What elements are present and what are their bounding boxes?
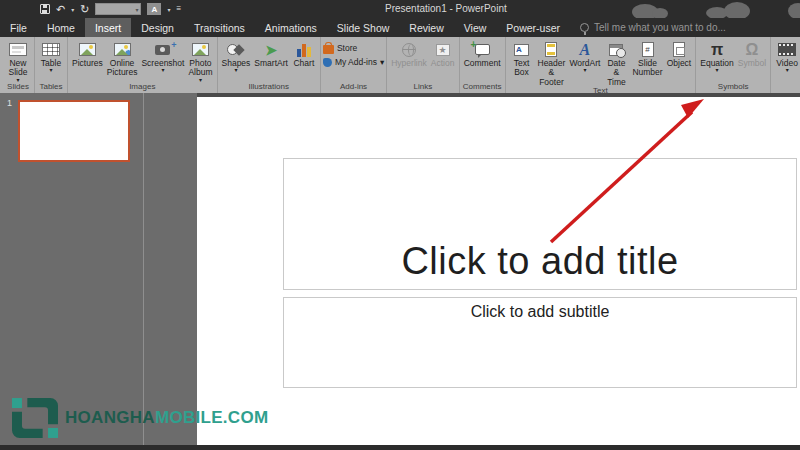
- chart-icon: [292, 40, 316, 59]
- dropdown-caret-icon: ▾: [161, 68, 164, 73]
- tab-animations[interactable]: Animations: [255, 18, 327, 37]
- subtitle-placeholder[interactable]: Click to add subtitle: [283, 297, 797, 388]
- group-illustrations: Shapes ▾ ➤ SmartArt Chart Illustrations: [218, 37, 321, 93]
- ribbon: New Slide ▾ Slides Table ▾ Tables Pictur: [0, 37, 800, 93]
- editor-area: 1 Click to add title Click to add subtit…: [0, 93, 800, 445]
- slide-surface[interactable]: Click to add title Click to add subtitle: [197, 97, 800, 445]
- header-footer-icon: [539, 40, 563, 59]
- group-label-symbols: Symbols: [698, 83, 768, 93]
- dropdown-caret-icon: ▾: [380, 57, 384, 67]
- tab-review[interactable]: Review: [399, 18, 453, 37]
- group-label-images: Images: [70, 83, 215, 93]
- photo-album-icon: [188, 40, 212, 59]
- date-time-button[interactable]: Date & Time: [602, 37, 630, 87]
- tab-power-user[interactable]: Power-user: [496, 18, 570, 37]
- photo-album-button[interactable]: Photo Album ▾: [186, 37, 214, 83]
- window-title: Presentation1 - PowerPoint: [385, 3, 507, 14]
- action-button[interactable]: ★ Action: [429, 37, 457, 68]
- tab-transitions[interactable]: Transitions: [184, 18, 255, 37]
- tab-insert[interactable]: Insert: [85, 18, 131, 37]
- slide-number-icon: #: [636, 40, 660, 59]
- group-slides: New Slide ▾ Slides: [2, 37, 35, 93]
- group-label-tables: Tables: [37, 83, 65, 93]
- redo-button[interactable]: ↻: [80, 4, 89, 15]
- dropdown-caret-icon: ▾: [716, 68, 719, 73]
- quick-access-toolbar: ↶ ▾ ↻ ▾ A ▾ ≡: [0, 3, 181, 15]
- wordart-button[interactable]: A WordArt ▾: [567, 37, 602, 73]
- my-add-ins-button[interactable]: My Add-ins ▾: [323, 57, 384, 67]
- screenshot-icon: [151, 40, 175, 59]
- shapes-icon: [224, 40, 248, 59]
- status-bar: [0, 445, 800, 450]
- combo-caret-icon: ▾: [135, 6, 138, 13]
- slide-number-button[interactable]: # Slide Number: [630, 37, 664, 78]
- tab-view[interactable]: View: [454, 18, 497, 37]
- text-box-icon: A: [510, 40, 534, 59]
- slide-1-thumbnail[interactable]: [18, 100, 130, 162]
- panel-divider[interactable]: [143, 93, 144, 445]
- video-icon: [775, 40, 799, 59]
- object-button[interactable]: Object: [665, 37, 694, 68]
- undo-caret-icon[interactable]: ▾: [71, 6, 74, 13]
- group-label-add-ins: Add-ins: [323, 83, 384, 93]
- hyperlink-icon: [397, 40, 421, 59]
- tell-me-box[interactable]: Tell me what you want to do...: [580, 18, 726, 37]
- header-footer-button[interactable]: Header & Footer: [536, 37, 568, 87]
- dropdown-caret-icon: ▾: [583, 68, 586, 73]
- font-style-button[interactable]: A: [147, 3, 161, 15]
- comment-icon: [470, 40, 494, 59]
- chart-button[interactable]: Chart: [290, 37, 318, 68]
- font-style-caret-icon[interactable]: ▾: [167, 6, 170, 13]
- group-links: Hyperlink ★ Action Links: [387, 37, 459, 93]
- ribbon-tab-bar: File Home Insert Design Transitions Anim…: [0, 18, 800, 37]
- group-label-slides: Slides: [4, 83, 32, 93]
- group-label-comments: Comments: [462, 83, 503, 93]
- qat-combo-box[interactable]: ▾: [95, 3, 141, 15]
- title-bar: ↶ ▾ ↻ ▾ A ▾ ≡ Presentation1 - PowerPoint: [0, 0, 800, 18]
- group-add-ins: Store My Add-ins ▾ Add-ins: [321, 37, 387, 93]
- store-icon: [323, 45, 334, 54]
- object-icon: [667, 40, 691, 59]
- tab-home[interactable]: Home: [37, 18, 85, 37]
- cloud-icon: [652, 8, 668, 18]
- pictures-button[interactable]: Pictures: [70, 37, 105, 68]
- slide-number-label: 1: [7, 98, 12, 108]
- screenshot-button[interactable]: Screenshot ▾: [139, 37, 186, 73]
- new-slide-icon: [6, 40, 30, 59]
- customize-qat-button[interactable]: ≡: [176, 5, 181, 13]
- cloud-icon: [724, 2, 750, 18]
- equation-button[interactable]: π Equation ▾: [698, 37, 736, 73]
- group-label-media: Media: [773, 83, 800, 93]
- smartart-button[interactable]: ➤ SmartArt: [252, 37, 290, 68]
- store-button[interactable]: Store: [323, 42, 384, 54]
- save-icon[interactable]: [40, 4, 50, 14]
- online-pictures-icon: [110, 40, 134, 59]
- wordart-icon: A: [573, 40, 597, 59]
- title-placeholder[interactable]: Click to add title: [283, 158, 797, 290]
- shapes-button[interactable]: Shapes ▾: [220, 37, 253, 73]
- group-label-links: Links: [389, 83, 456, 93]
- table-icon: [39, 40, 63, 59]
- new-slide-button[interactable]: New Slide ▾: [4, 37, 32, 83]
- group-text: A Text Box Header & Footer A WordArt ▾ D…: [506, 37, 697, 93]
- comment-button[interactable]: Comment: [462, 37, 503, 68]
- symbol-button[interactable]: Ω Symbol: [736, 37, 768, 68]
- online-pictures-button[interactable]: Online Pictures: [105, 37, 140, 78]
- lightbulb-icon: [580, 23, 589, 32]
- group-symbols: π Equation ▾ Ω Symbol Symbols: [696, 37, 771, 93]
- table-button[interactable]: Table ▾: [37, 37, 65, 73]
- text-box-button[interactable]: A Text Box: [508, 37, 536, 78]
- dropdown-caret-icon: ▾: [786, 68, 789, 73]
- pictures-icon: [75, 40, 99, 59]
- hyperlink-button[interactable]: Hyperlink: [389, 37, 428, 68]
- dropdown-caret-icon: ▾: [49, 68, 52, 73]
- equation-icon: π: [705, 40, 729, 59]
- tab-design[interactable]: Design: [131, 18, 184, 37]
- group-comments: Comment Comments: [460, 37, 506, 93]
- tab-file[interactable]: File: [0, 18, 37, 37]
- tab-slide-show[interactable]: Slide Show: [327, 18, 400, 37]
- video-button[interactable]: Video ▾: [773, 37, 800, 73]
- subtitle-placeholder-text: Click to add subtitle: [471, 303, 610, 321]
- undo-button[interactable]: ↶: [56, 4, 65, 15]
- tell-me-placeholder: Tell me what you want to do...: [594, 22, 726, 33]
